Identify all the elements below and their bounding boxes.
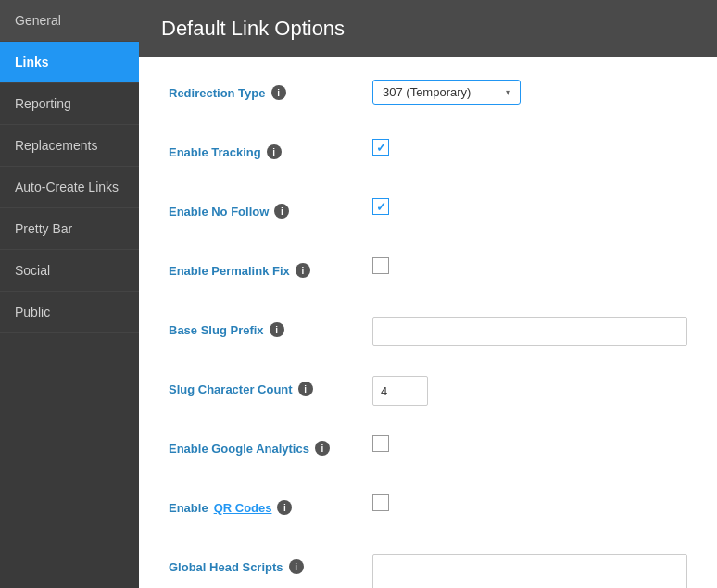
qr-codes-link[interactable]: QR Codes [214,501,272,515]
redirection-type-value: 307 (Temporary) [383,85,471,99]
enable-google-analytics-row: Enable Google Analytics i [169,435,687,469]
redirection-type-control: 307 (Temporary) ▾ [372,80,687,105]
enable-permalink-fix-info-icon[interactable]: i [296,263,310,278]
enable-qr-codes-info-icon[interactable]: i [277,500,292,515]
enable-no-follow-control [372,198,687,215]
enable-no-follow-info-icon[interactable]: i [274,204,289,219]
base-slug-prefix-info-icon[interactable]: i [270,322,284,337]
global-head-scripts-row: Global Head Scripts i [169,554,687,588]
enable-qr-codes-label-prefix: Enable [169,501,208,515]
sidebar-item-replacements[interactable]: Replacements [0,125,139,167]
redirection-type-row: Redirection Type i 307 (Temporary) ▾ [169,80,687,113]
global-head-scripts-control [372,554,687,588]
page-header: Default Link Options [139,0,717,57]
redirection-type-label: Redirection Type i [169,80,372,100]
sidebar-item-links[interactable]: Links [0,42,139,83]
global-head-scripts-label: Global Head Scripts i [169,554,372,574]
sidebar-item-label: Social [15,263,50,278]
enable-tracking-row: Enable Tracking i [169,139,687,172]
enable-google-analytics-checkbox[interactable] [372,435,389,452]
sidebar-item-social[interactable]: Social [0,250,139,292]
sidebar-item-label: Pretty Bar [15,221,72,236]
enable-google-analytics-control [372,435,687,452]
slug-character-count-info-icon[interactable]: i [298,382,313,396]
enable-permalink-fix-control [372,257,687,274]
enable-permalink-fix-checkbox[interactable] [372,257,389,274]
sidebar: General Links Reporting Replacements Aut… [0,0,139,588]
form-content: Redirection Type i 307 (Temporary) ▾ Ena… [139,57,717,588]
enable-no-follow-row: Enable No Follow i [169,198,687,231]
enable-no-follow-checkbox[interactable] [372,198,389,215]
global-head-scripts-input[interactable] [372,554,687,588]
sidebar-item-auto-create-links[interactable]: Auto-Create Links [0,167,139,208]
sidebar-item-general[interactable]: General [0,0,139,42]
base-slug-prefix-control [372,317,687,346]
enable-tracking-info-icon[interactable]: i [267,144,282,159]
base-slug-prefix-row: Base Slug Prefix i [169,317,687,350]
redirection-type-dropdown[interactable]: 307 (Temporary) ▾ [372,80,521,105]
chevron-down-icon: ▾ [506,87,510,97]
sidebar-item-label: Replacements [15,138,98,153]
enable-permalink-fix-label: Enable Permalink Fix i [169,257,372,278]
enable-google-analytics-label: Enable Google Analytics i [169,435,372,456]
enable-qr-codes-label: Enable QR Codes i [169,494,372,515]
redirection-type-info-icon[interactable]: i [271,85,286,100]
sidebar-item-label: Public [15,305,50,319]
sidebar-item-label: Auto-Create Links [15,180,119,194]
sidebar-item-label: Reporting [15,96,71,111]
sidebar-item-label: General [15,13,61,28]
enable-tracking-control [372,139,687,156]
sidebar-item-pretty-bar[interactable]: Pretty Bar [0,208,139,250]
enable-qr-codes-row: Enable QR Codes i [169,494,687,528]
sidebar-item-public[interactable]: Public [0,292,139,333]
enable-tracking-label: Enable Tracking i [169,139,372,159]
global-head-scripts-info-icon[interactable]: i [289,559,304,574]
sidebar-item-label: Links [15,55,49,69]
enable-google-analytics-info-icon[interactable]: i [315,441,330,456]
slug-character-count-row: Slug Character Count i [169,376,687,409]
enable-qr-codes-control [372,494,687,511]
slug-character-count-label: Slug Character Count i [169,376,372,396]
slug-character-count-control [372,376,687,406]
base-slug-prefix-input[interactable] [372,317,687,346]
enable-qr-codes-checkbox[interactable] [372,494,389,511]
page-title: Default Link Options [161,17,695,41]
main-content: Default Link Options Redirection Type i … [139,0,717,588]
enable-no-follow-label: Enable No Follow i [169,198,372,219]
sidebar-item-reporting[interactable]: Reporting [0,83,139,125]
enable-tracking-checkbox[interactable] [372,139,389,156]
base-slug-prefix-label: Base Slug Prefix i [169,317,372,337]
enable-permalink-fix-row: Enable Permalink Fix i [169,257,687,291]
slug-character-count-input[interactable] [372,376,428,406]
